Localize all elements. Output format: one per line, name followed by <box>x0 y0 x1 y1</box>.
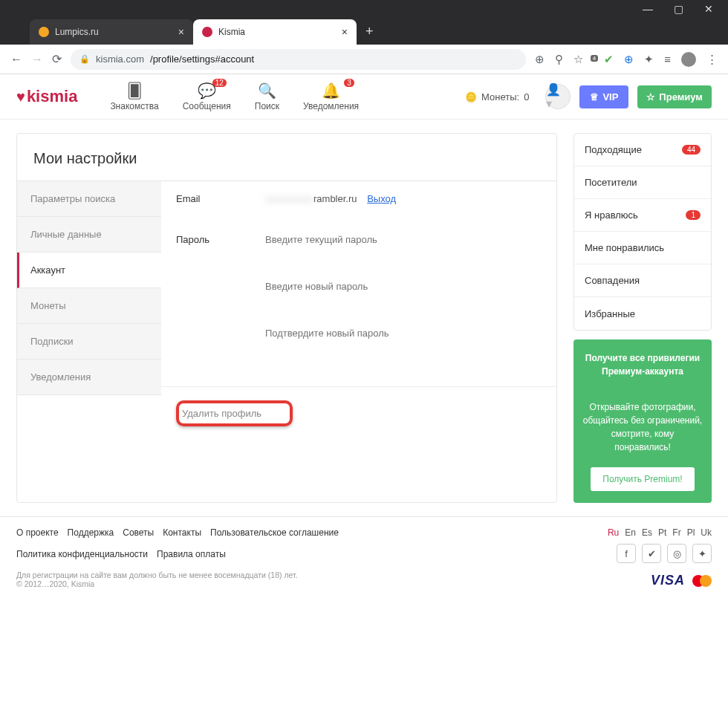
globe-icon[interactable]: ⊕ <box>624 53 634 66</box>
footer-link[interactable]: Контакты <box>163 527 201 542</box>
cards-icon: 🂠 <box>127 82 142 100</box>
sidebar-item[interactable]: Мне понравились <box>574 232 711 264</box>
browser-tab-kismia[interactable]: Kismia × <box>193 19 357 45</box>
window-maximize[interactable]: ▢ <box>674 3 683 15</box>
copyright-text: © 2012…2020, Kismia <box>16 579 298 588</box>
lang-option[interactable]: Fr <box>672 527 680 538</box>
settings-tab[interactable]: Аккаунт <box>17 253 161 288</box>
nav-label: Сообщения <box>183 101 231 111</box>
nav-label: Знакомства <box>110 101 158 111</box>
vk-icon[interactable]: ✔ <box>642 544 661 563</box>
window-close[interactable]: ✕ <box>704 3 713 15</box>
mastercard-logo <box>692 575 712 587</box>
star-icon[interactable]: ☆ <box>573 53 583 66</box>
lang-option[interactable]: Ru <box>608 527 619 538</box>
settings-tab[interactable]: Монеты <box>17 288 161 324</box>
tab-title: Kismia <box>218 27 336 37</box>
tab-close-icon[interactable]: × <box>178 26 184 38</box>
page-title: Мои настройки <box>17 150 556 181</box>
facebook-icon[interactable]: f <box>617 544 636 563</box>
lang-option[interactable]: Pt <box>658 527 666 538</box>
footer-link[interactable]: Пользовательское соглашение <box>210 527 339 542</box>
coins-icon: 🪙 <box>465 91 477 103</box>
search-icon[interactable]: ⚲ <box>555 53 563 66</box>
highlight-annotation: Удалить профиль <box>176 400 293 426</box>
lang-option[interactable]: Uk <box>701 527 712 538</box>
heart-icon: ♥ <box>16 88 25 105</box>
footer-link[interactable]: Поддержка <box>68 527 114 542</box>
footer-link[interactable]: О проекте <box>16 527 59 542</box>
twitter-icon[interactable]: ✦ <box>692 544 712 563</box>
nav-bell[interactable]: 3🔔Уведомления <box>294 82 368 111</box>
settings-tab[interactable]: Уведомления <box>17 360 161 395</box>
nav-badge: 12 <box>212 79 227 87</box>
right-sidebar: Подходящие44ПосетителиЯ нравлюсь1Мне пон… <box>573 133 712 503</box>
premium-button[interactable]: ☆ Премиум <box>637 85 712 108</box>
nav-cards[interactable]: 🂠Знакомства <box>101 82 167 111</box>
site-header: ♥kismia 🂠Знакомства12💬Сообщения🔍Поиск3🔔У… <box>0 74 728 120</box>
footer: О проектеПоддержкаСоветыКонтактыПользова… <box>0 516 728 599</box>
premium-promo: Получите все привилегии Премиум-аккаунта… <box>573 339 712 503</box>
forward-button[interactable]: → <box>31 53 43 66</box>
vip-button[interactable]: ♕ VIP <box>579 85 628 108</box>
sidebar-item[interactable]: Подходящие44 <box>574 134 711 166</box>
new-password-input[interactable] <box>265 275 542 298</box>
nav-search[interactable]: 🔍Поиск <box>246 82 288 111</box>
puzzle-icon[interactable]: ✦ <box>644 53 654 66</box>
lang-option[interactable]: En <box>625 527 636 538</box>
favicon-icon <box>202 27 212 37</box>
reload-button[interactable]: ⟳ <box>52 52 62 66</box>
reading-list-icon[interactable]: ≡ <box>664 53 671 65</box>
logout-link[interactable]: Выход <box>367 193 396 204</box>
bell-icon: 🔔 <box>322 82 340 100</box>
delete-profile-button[interactable]: Удалить профиль <box>179 403 290 423</box>
favicon-icon <box>39 27 49 37</box>
sidebar-item[interactable]: Совпадения <box>574 264 711 297</box>
tab-bar: Lumpics.ru × Kismia × + <box>0 18 728 45</box>
nav-chat[interactable]: 12💬Сообщения <box>174 82 240 111</box>
current-password-input[interactable] <box>265 228 542 251</box>
visa-logo: VISA <box>651 573 685 588</box>
zoom-icon[interactable]: ⊕ <box>535 53 545 66</box>
search-icon: 🔍 <box>258 82 276 100</box>
email-value: xxxxxxxxxxrambler.ru Выход <box>265 193 542 204</box>
settings-tab[interactable]: Параметры поиска <box>17 181 161 217</box>
nav-badge: 3 <box>344 79 354 87</box>
email-label: Email <box>176 193 265 204</box>
lang-option[interactable]: Es <box>642 527 652 538</box>
url-path: /profile/settings#account <box>150 53 254 65</box>
page-content: Мои настройки Параметры поискаЛичные дан… <box>0 120 728 516</box>
settings-tab[interactable]: Личные данные <box>17 217 161 253</box>
payment-logos: VISA <box>651 573 712 588</box>
browser-chrome: — ▢ ✕ Lumpics.ru × Kismia × + <box>0 0 728 45</box>
tab-close-icon[interactable]: × <box>342 26 348 38</box>
settings-tabs: Параметры поискаЛичные данныеАккаунтМоне… <box>17 181 161 440</box>
instagram-icon[interactable]: ◎ <box>667 544 686 563</box>
address-bar: ← → ⟳ 🔒 kismia.com/profile/settings#acco… <box>0 45 728 74</box>
tab-title: Lumpics.ru <box>55 27 172 37</box>
window-minimize[interactable]: — <box>643 3 653 15</box>
user-avatar[interactable]: 👤 ▾ <box>545 84 571 109</box>
menu-icon[interactable]: ⋮ <box>706 53 718 66</box>
profile-avatar[interactable] <box>681 52 696 67</box>
badge: 44 <box>682 145 701 155</box>
sidebar-item[interactable]: Избранные <box>574 297 711 330</box>
settings-tab[interactable]: Подписки <box>17 324 161 360</box>
settings-form: Email xxxxxxxxxxrambler.ru Выход Пароль <box>161 181 556 440</box>
lang-option[interactable]: Pl <box>687 527 695 538</box>
omnibox[interactable]: 🔒 kismia.com/profile/settings#account <box>71 49 526 70</box>
confirm-password-input[interactable] <box>265 322 542 345</box>
back-button[interactable]: ← <box>10 53 22 66</box>
new-tab-button[interactable]: + <box>357 24 383 39</box>
logo[interactable]: ♥kismia <box>16 87 77 106</box>
coins-balance[interactable]: 🪙 Монеты: 0 <box>465 91 529 103</box>
footer-link[interactable]: Политика конфиденциальности <box>16 549 148 563</box>
lock-icon: 🔒 <box>79 54 90 64</box>
get-premium-button[interactable]: Получить Premium! <box>591 467 694 491</box>
browser-tab-lumpics[interactable]: Lumpics.ru × <box>30 19 193 45</box>
ext-check-icon[interactable]: ✔ <box>604 53 614 66</box>
sidebar-item[interactable]: Посетители <box>574 166 711 199</box>
footer-link[interactable]: Правила оплаты <box>157 549 226 563</box>
sidebar-item[interactable]: Я нравлюсь1 <box>574 199 711 232</box>
footer-link[interactable]: Советы <box>123 527 154 542</box>
